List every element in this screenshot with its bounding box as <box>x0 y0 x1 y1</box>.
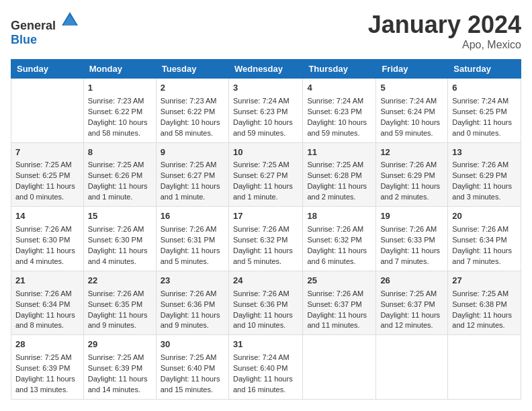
day-info-line: Sunset: 6:40 PM <box>233 364 287 372</box>
day-number: 20 <box>452 210 517 223</box>
day-info-line: Sunset: 6:24 PM <box>380 107 435 116</box>
calendar-cell: 5Sunrise: 7:24 AMSunset: 6:24 PMDaylight… <box>376 79 448 143</box>
day-info-line: Sunrise: 7:26 AM <box>161 225 217 233</box>
month-title: January 2024 <box>368 11 521 39</box>
day-info-line: and 59 minutes. <box>380 129 433 137</box>
day-info-line: and 2 minutes. <box>380 193 429 201</box>
day-info-line: Sunset: 6:29 PM <box>452 171 506 179</box>
day-info-line: Sunrise: 7:24 AM <box>380 97 437 105</box>
day-info-line: Sunrise: 7:26 AM <box>233 225 290 233</box>
day-info-line: Sunset: 6:33 PM <box>380 236 435 244</box>
day-info-line: and 7 minutes. <box>380 257 429 265</box>
day-info-line: Sunrise: 7:26 AM <box>380 161 437 169</box>
day-number: 25 <box>307 275 371 287</box>
day-number: 13 <box>452 146 517 159</box>
weekday-header-sunday: Sunday <box>11 60 84 79</box>
day-number: 8 <box>88 146 152 159</box>
day-info-line: Sunset: 6:37 PM <box>307 300 361 308</box>
calendar-cell: 11Sunrise: 7:25 AMSunset: 6:28 PMDayligh… <box>303 142 376 207</box>
day-info-line: Sunset: 6:39 PM <box>88 364 142 372</box>
day-info-line: Daylight: 11 hours <box>88 375 148 383</box>
day-number: 12 <box>380 146 443 159</box>
calendar-week-row: 21Sunrise: 7:26 AMSunset: 6:34 PMDayligh… <box>11 271 521 335</box>
day-info-line: and 12 minutes. <box>380 321 433 329</box>
day-info-line: Daylight: 11 hours <box>380 311 440 319</box>
calendar-cell: 31Sunrise: 7:24 AMSunset: 6:40 PMDayligh… <box>228 335 302 400</box>
calendar-cell: 30Sunrise: 7:25 AMSunset: 6:40 PMDayligh… <box>156 335 228 400</box>
day-info-line: and 6 minutes. <box>307 257 355 265</box>
day-number: 9 <box>161 146 224 159</box>
calendar-cell: 2Sunrise: 7:23 AMSunset: 6:22 PMDaylight… <box>156 79 228 143</box>
calendar-week-row: 1Sunrise: 7:23 AMSunset: 6:22 PMDaylight… <box>11 79 521 143</box>
day-number: 17 <box>233 210 298 223</box>
day-info-line: Sunset: 6:22 PM <box>161 107 215 116</box>
calendar-cell: 10Sunrise: 7:25 AMSunset: 6:27 PMDayligh… <box>228 142 302 207</box>
day-info-line: Sunset: 6:36 PM <box>161 300 215 308</box>
day-info-line: Sunset: 6:25 PM <box>15 171 70 179</box>
day-info-line: Sunset: 6:37 PM <box>380 300 435 308</box>
day-info-line: Daylight: 11 hours <box>452 246 512 255</box>
day-info-line: Sunrise: 7:25 AM <box>380 289 437 298</box>
logo-blue: Blue <box>11 33 37 46</box>
day-info-line: Daylight: 11 hours <box>88 311 148 319</box>
day-number: 19 <box>380 210 443 223</box>
day-info-line: Sunset: 6:27 PM <box>233 171 287 179</box>
day-info-line: and 14 minutes. <box>88 385 140 394</box>
day-info-line: Sunrise: 7:26 AM <box>88 225 144 233</box>
day-number: 3 <box>233 82 298 95</box>
day-info-line: and 16 minutes. <box>233 385 285 394</box>
day-info-line: Sunset: 6:36 PM <box>233 300 287 308</box>
day-info-line: Daylight: 11 hours <box>452 311 512 319</box>
day-info-line: Sunrise: 7:26 AM <box>15 225 72 233</box>
day-info-line: Sunrise: 7:26 AM <box>88 289 144 298</box>
day-info-line: Sunrise: 7:23 AM <box>88 97 144 105</box>
day-info-line: Sunset: 6:30 PM <box>88 236 142 244</box>
day-info-line: Daylight: 10 hours <box>233 118 293 126</box>
day-info-line: Daylight: 11 hours <box>307 311 367 319</box>
weekday-header-tuesday: Tuesday <box>156 60 228 79</box>
calendar-cell: 27Sunrise: 7:25 AMSunset: 6:38 PMDayligh… <box>448 271 521 335</box>
day-info-line: Daylight: 11 hours <box>233 182 293 190</box>
day-info-line: and 3 minutes. <box>452 193 500 201</box>
calendar-cell: 20Sunrise: 7:26 AMSunset: 6:34 PMDayligh… <box>448 207 521 271</box>
day-number: 31 <box>233 338 298 351</box>
day-info-line: Daylight: 10 hours <box>380 118 440 126</box>
day-info-line: Sunset: 6:32 PM <box>307 236 361 244</box>
calendar-cell <box>303 335 376 400</box>
day-info-line: Sunset: 6:40 PM <box>161 364 215 372</box>
day-info-line: and 0 minutes. <box>15 193 64 201</box>
calendar-cell: 18Sunrise: 7:26 AMSunset: 6:32 PMDayligh… <box>303 207 376 271</box>
day-info-line: Sunrise: 7:25 AM <box>88 353 144 361</box>
calendar-cell <box>448 335 521 400</box>
calendar-cell: 6Sunrise: 7:24 AMSunset: 6:25 PMDaylight… <box>448 79 521 143</box>
day-info-line: Daylight: 11 hours <box>161 375 220 383</box>
day-info-line: and 12 minutes. <box>452 321 504 329</box>
weekday-header-thursday: Thursday <box>303 60 376 79</box>
day-info-line: Daylight: 11 hours <box>15 375 75 383</box>
day-info-line: Sunset: 6:34 PM <box>15 300 70 308</box>
day-info-line: Daylight: 11 hours <box>15 246 75 255</box>
day-info-line: Sunset: 6:38 PM <box>452 300 506 308</box>
day-info-line: and 9 minutes. <box>161 321 209 329</box>
day-number: 10 <box>233 146 298 159</box>
day-info-line: and 7 minutes. <box>452 257 500 265</box>
day-info-line: Daylight: 11 hours <box>233 246 293 255</box>
weekday-header-friday: Friday <box>376 60 448 79</box>
day-info-line: and 58 minutes. <box>88 129 140 137</box>
day-info-line: Sunrise: 7:23 AM <box>161 97 217 105</box>
day-info-line: Sunrise: 7:25 AM <box>233 161 290 169</box>
day-info-line: Daylight: 11 hours <box>233 311 293 319</box>
day-number: 7 <box>15 146 79 159</box>
calendar-table: SundayMondayTuesdayWednesdayThursdayFrid… <box>11 59 521 400</box>
day-info-line: Sunrise: 7:25 AM <box>15 353 72 361</box>
calendar-cell: 1Sunrise: 7:23 AMSunset: 6:22 PMDaylight… <box>83 79 156 143</box>
day-info-line: Sunset: 6:25 PM <box>452 107 506 116</box>
day-info-line: Sunset: 6:32 PM <box>233 236 287 244</box>
calendar-cell: 21Sunrise: 7:26 AMSunset: 6:34 PMDayligh… <box>11 271 84 335</box>
day-info-line: Sunset: 6:27 PM <box>161 171 215 179</box>
day-info-line: Sunrise: 7:25 AM <box>161 161 217 169</box>
logo-icon <box>60 11 79 30</box>
calendar-week-row: 14Sunrise: 7:26 AMSunset: 6:30 PMDayligh… <box>11 207 521 271</box>
day-info-line: Daylight: 11 hours <box>307 182 367 190</box>
day-info-line: Daylight: 11 hours <box>15 311 75 319</box>
